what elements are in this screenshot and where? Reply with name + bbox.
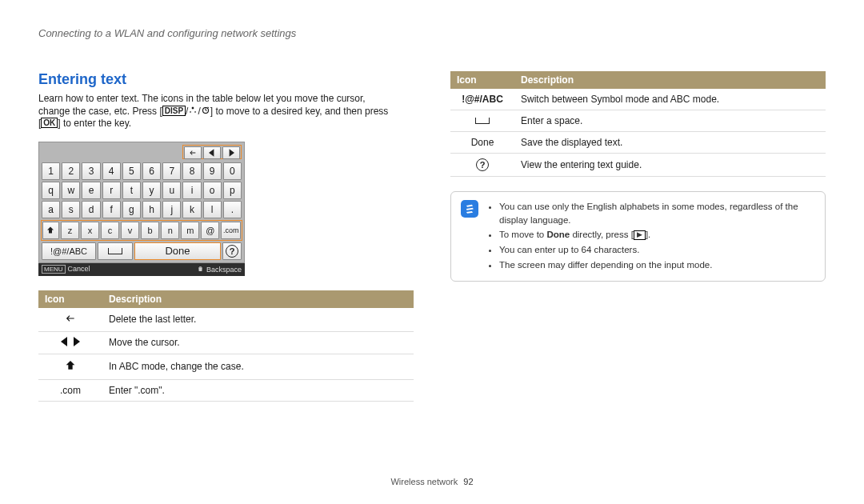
section-title: Entering text xyxy=(38,71,414,88)
table-desc: Enter a space. xyxy=(514,110,826,132)
move-cursor-icon xyxy=(61,337,80,346)
th-icon: Icon xyxy=(450,71,514,89)
table-desc: Delete the last letter. xyxy=(102,308,414,332)
kb-key[interactable]: @ xyxy=(201,222,219,239)
kb-key[interactable]: z xyxy=(61,222,79,239)
kb-key[interactable]: 3 xyxy=(82,162,100,180)
intro-paragraph: Learn how to enter text. The icons in th… xyxy=(38,93,414,130)
keyboard-row-3: z x c v b n m @ .com xyxy=(41,220,242,241)
menu-badge: MENU xyxy=(42,265,66,274)
kb-key[interactable]: 7 xyxy=(162,162,181,180)
table-desc: Move the cursor. xyxy=(102,331,414,354)
space-icon xyxy=(475,118,490,124)
th-desc: Description xyxy=(514,71,826,89)
table-row: ? View the entering text guide. xyxy=(450,154,826,177)
kb-key[interactable]: h xyxy=(142,201,161,218)
table-desc: Enter ".com". xyxy=(102,379,414,401)
kb-key[interactable]: 0 xyxy=(223,162,242,180)
table-desc: Switch between Symbol mode and ABC mode. xyxy=(514,89,826,110)
kb-key[interactable]: d xyxy=(82,201,100,218)
kb-key[interactable]: l xyxy=(203,201,222,218)
help-icon: ? xyxy=(476,158,489,171)
kb-key[interactable]: 6 xyxy=(142,162,161,180)
kb-key[interactable]: o xyxy=(203,182,222,199)
kb-key[interactable]: . xyxy=(223,201,242,218)
table-row: In ABC mode, change the case. xyxy=(38,354,414,379)
keyboard-nav-group xyxy=(182,145,242,159)
kb-help-key[interactable]: ? xyxy=(222,242,242,260)
kb-key[interactable]: t xyxy=(122,182,141,199)
kb-dotcom-key[interactable]: .com xyxy=(221,222,241,239)
shift-up-icon xyxy=(64,359,77,372)
kb-right-key[interactable] xyxy=(222,146,240,159)
th-icon: Icon xyxy=(38,290,102,308)
note-item: You can use only the English alphabets i… xyxy=(499,200,815,226)
keyboard-backspace-label: Backspace xyxy=(206,266,242,274)
kb-mode-toggle-key[interactable]: !@#/ABC xyxy=(42,242,96,260)
kb-key[interactable]: a xyxy=(42,201,60,218)
timer-icon xyxy=(201,106,210,115)
kb-key[interactable]: x xyxy=(81,222,99,239)
table-desc: Save the displayed text. xyxy=(514,132,826,154)
kb-key[interactable]: s xyxy=(62,201,80,218)
keyboard-row-numbers: 1 2 3 4 5 6 7 8 9 0 xyxy=(41,162,242,181)
kb-key[interactable]: i xyxy=(182,182,201,199)
note-item: You can enter up to 64 characters. xyxy=(499,243,815,257)
kb-key[interactable]: r xyxy=(102,182,121,199)
table-row: !@#/ABC Switch between Symbol mode and A… xyxy=(450,89,826,110)
kb-key[interactable]: m xyxy=(181,222,199,239)
keyboard-cancel-label: Cancel xyxy=(68,265,90,273)
kb-key[interactable]: 5 xyxy=(122,162,141,180)
kb-key[interactable]: u xyxy=(162,182,181,199)
kb-key[interactable]: 8 xyxy=(182,162,201,180)
kb-key[interactable]: q xyxy=(42,182,60,199)
kb-key[interactable]: f xyxy=(102,201,121,218)
table-desc: In ABC mode, change the case. xyxy=(102,354,414,379)
kb-done-key[interactable]: Done xyxy=(134,242,221,260)
kb-key[interactable]: c xyxy=(101,222,119,239)
done-label: Done xyxy=(450,132,514,154)
table-row: .com Enter ".com". xyxy=(38,379,414,401)
space-icon xyxy=(108,248,122,254)
kb-key[interactable]: n xyxy=(161,222,179,239)
icon-table-right: Icon Description !@#/ABC Switch between … xyxy=(450,71,826,177)
kb-key[interactable]: v xyxy=(121,222,139,239)
macro-icon xyxy=(188,106,198,115)
table-row: Done Save the displayed text. xyxy=(450,132,826,154)
keyboard-footer-bar: MENUCancel Backspace xyxy=(38,263,245,276)
breadcrumb: Connecting to a WLAN and configuring net… xyxy=(38,27,826,39)
kb-key[interactable]: 2 xyxy=(62,162,80,180)
note-info-icon xyxy=(461,200,478,218)
help-icon: ? xyxy=(226,245,238,258)
disp-key-badge: DISP xyxy=(162,106,186,116)
kb-left-key[interactable] xyxy=(203,146,221,159)
onscreen-keyboard: 1 2 3 4 5 6 7 8 9 0 q w e r t y u i o xyxy=(38,142,245,263)
table-row: Delete the last letter. xyxy=(38,308,414,332)
table-desc: View the entering text guide. xyxy=(514,154,826,177)
icon-table-left: Icon Description Delete the last letter. xyxy=(38,290,414,402)
kb-key[interactable]: w xyxy=(62,182,80,199)
kb-key[interactable]: 4 xyxy=(102,162,121,180)
kb-key[interactable]: k xyxy=(182,201,201,218)
table-row: Move the cursor. xyxy=(38,331,414,354)
table-row: Enter a space. xyxy=(450,110,826,132)
kb-key[interactable]: g xyxy=(122,201,141,218)
kb-key[interactable]: b xyxy=(141,222,159,239)
kb-key[interactable]: j xyxy=(162,201,181,218)
kb-backspace-key[interactable] xyxy=(184,146,202,159)
kb-key[interactable]: 1 xyxy=(42,162,60,180)
keyboard-text-field[interactable] xyxy=(42,145,182,159)
kb-key[interactable]: y xyxy=(142,182,161,199)
keyboard-row-bottom: !@#/ABC Done ? xyxy=(41,242,242,261)
kb-shift-key[interactable] xyxy=(42,222,59,239)
kb-key[interactable]: e xyxy=(82,182,100,199)
keyboard-row-1: q w e r t y u i o p xyxy=(41,181,242,200)
abc-toggle-label: !@#/ABC xyxy=(450,89,514,110)
note-item: The screen may differ depending on the i… xyxy=(499,258,815,272)
th-desc: Description xyxy=(102,290,414,308)
kb-space-key[interactable] xyxy=(98,242,133,260)
kb-key[interactable]: p xyxy=(223,182,242,199)
note-box: You can use only the English alphabets i… xyxy=(450,191,826,282)
keyboard-row-2: a s d f g h j k l . xyxy=(41,200,242,219)
kb-key[interactable]: 9 xyxy=(203,162,222,180)
